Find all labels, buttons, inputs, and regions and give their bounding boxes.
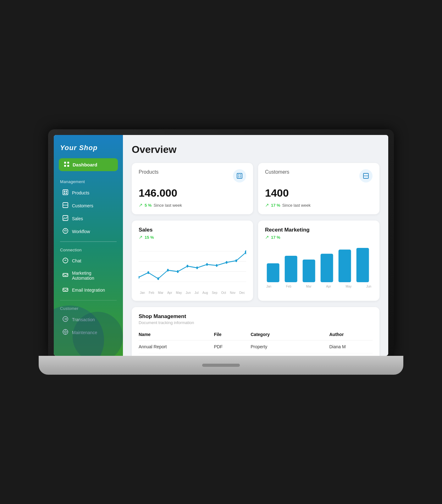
customers-icon <box>63 202 68 209</box>
chat-icon <box>63 258 68 264</box>
svg-rect-47 <box>285 256 297 282</box>
svg-rect-2 <box>64 165 66 167</box>
row1-author: Diana M <box>329 340 373 353</box>
sidebar-marketing-label: Marketing Automation <box>72 271 114 281</box>
dashboard-label: Dashboard <box>73 162 97 167</box>
sales-chart-x-labels: Jan Feb Mar Apr May Jun Jul Aug Sep Oct … <box>139 291 246 294</box>
svg-rect-26 <box>238 176 239 177</box>
shop-management-table-card: Shop Management Document tracking inform… <box>132 307 379 356</box>
sales-trend-pct: 15 % <box>145 235 154 240</box>
svg-rect-8 <box>66 193 67 194</box>
col-author: Author <box>329 330 373 340</box>
marketing-icon <box>63 272 68 279</box>
svg-point-37 <box>167 269 169 272</box>
sidebar-email-label: Email Integration <box>72 288 105 293</box>
sidebar-item-marketing[interactable]: Marketing Automation <box>56 268 120 283</box>
table-subtitle: Document tracking information <box>139 320 373 325</box>
sales-line-chart <box>139 244 246 288</box>
svg-rect-50 <box>339 249 351 282</box>
svg-rect-51 <box>356 248 369 282</box>
svg-point-40 <box>196 266 198 269</box>
customer-card-icon <box>359 169 373 182</box>
customers-card-title: Customers <box>265 169 289 175</box>
svg-rect-0 <box>64 162 66 164</box>
dashboard-button[interactable]: Dashboard <box>59 158 118 171</box>
sales-chart-trend: ↗ 15 % <box>139 234 246 240</box>
charts-row: Sales ↗ 15 % <box>132 221 379 301</box>
laptop-wrapper: Your Shop Dashboard Management <box>48 129 394 375</box>
laptop-screen-border: Your Shop Dashboard Management <box>48 129 394 356</box>
sidebar-item-email[interactable]: Email Integration <box>56 284 120 296</box>
customers-trend-arrow: ↗ <box>265 202 269 208</box>
sidebar: Your Shop Dashboard Management <box>54 135 123 356</box>
col-file: File <box>214 330 251 340</box>
products-icon <box>63 189 68 196</box>
svg-rect-3 <box>67 165 69 167</box>
svg-rect-49 <box>321 254 333 282</box>
svg-rect-24 <box>238 174 239 176</box>
customers-card-value: 1400 <box>265 187 373 199</box>
products-card-title: Products <box>139 169 158 175</box>
sidebar-item-chat[interactable]: Chat <box>56 255 120 267</box>
svg-rect-27 <box>240 176 241 177</box>
products-card-value: 146.000 <box>139 187 246 199</box>
marketing-trend-arrow: ↗ <box>265 234 269 240</box>
svg-rect-23 <box>237 173 242 178</box>
sidebar-logo: Your Shop <box>54 135 123 158</box>
laptop-base <box>39 356 403 375</box>
svg-point-12 <box>63 228 68 233</box>
table-header-row: Name File Category Author <box>139 330 373 340</box>
svg-point-43 <box>226 261 227 264</box>
sales-trend-arrow: ↗ <box>139 234 143 240</box>
row1-file: PDF <box>214 340 251 353</box>
products-stat-card: Products 146.000 <box>132 163 253 214</box>
marketing-chart-title: Recent Marketing <box>265 227 373 233</box>
page-title: Overview <box>132 144 379 155</box>
row1-category: Property <box>251 340 329 353</box>
svg-point-39 <box>187 265 188 268</box>
customers-trend-label: Since last week <box>282 203 311 208</box>
sidebar-customers-label: Customers <box>72 203 93 208</box>
sidebar-item-customers[interactable]: Customers <box>56 199 120 212</box>
svg-point-36 <box>157 277 159 280</box>
products-card-trend: ↗ 5 % Since last week <box>139 202 246 208</box>
marketing-trend-pct: 17 % <box>271 235 280 240</box>
laptop-screen: Your Shop Dashboard Management <box>54 135 388 356</box>
svg-rect-7 <box>64 193 65 194</box>
sidebar-sales-label: Sales <box>72 216 83 221</box>
products-card-header: Products <box>139 169 246 182</box>
marketing-chart-trend: ↗ 17 % <box>265 234 373 240</box>
row1-name: Annual Report <box>139 340 214 353</box>
row2-category: Cryptocurrency <box>251 353 329 356</box>
svg-rect-48 <box>303 260 315 282</box>
main-content: Overview Products <box>123 135 388 356</box>
svg-rect-5 <box>64 191 65 192</box>
documents-table: Name File Category Author Annual Report … <box>139 330 373 356</box>
col-category: Category <box>251 330 329 340</box>
svg-point-38 <box>177 270 179 273</box>
marketing-chart-x-labels: Jan Feb Mar Apr May Jun <box>265 285 373 288</box>
svg-rect-25 <box>240 174 241 176</box>
product-card-icon <box>233 169 246 182</box>
svg-point-45 <box>245 250 246 254</box>
sidebar-chat-label: Chat <box>72 258 81 263</box>
products-trend-pct: 5 % <box>145 203 152 208</box>
products-trend-arrow: ↗ <box>139 202 143 208</box>
row2-file: WORD <box>214 353 251 356</box>
divider-2 <box>60 300 117 301</box>
svg-point-44 <box>235 259 237 262</box>
stat-cards: Products 146.000 <box>132 163 379 214</box>
marketing-chart-card: Recent Marketing ↗ 17 % <box>258 221 379 301</box>
sidebar-products-label: Products <box>72 190 89 195</box>
svg-rect-4 <box>63 190 68 195</box>
sidebar-item-sales[interactable]: Sales <box>56 212 120 225</box>
customers-stat-card: Customers 1400 ↗ 17 % <box>258 163 379 214</box>
sidebar-item-workflow[interactable]: Workflow <box>56 225 120 238</box>
sidebar-item-products[interactable]: Products <box>56 187 120 199</box>
table-title: Shop Management <box>139 313 373 320</box>
management-section-title: Management <box>54 177 123 187</box>
row2-name: Business Plan <box>139 353 214 356</box>
dashboard-icon <box>64 161 69 168</box>
svg-rect-6 <box>66 191 67 192</box>
connection-section-title: Connection <box>54 246 123 255</box>
